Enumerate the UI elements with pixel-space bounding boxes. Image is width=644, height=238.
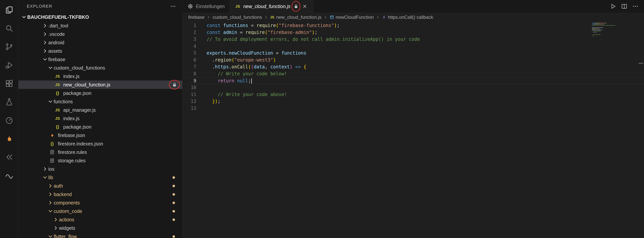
tree-item-index-js[interactable]: JSindex.js (18, 72, 182, 80)
chevron-right-icon (47, 192, 54, 197)
more-actions-button[interactable] (631, 2, 640, 11)
tree-item-dart-tool[interactable]: .dart_tool (18, 22, 182, 30)
tab-new-cloud-function-js[interactable]: JSnew_cloud_function.js (230, 0, 313, 13)
tab-einstellungen[interactable]: Einstellungen (182, 0, 230, 13)
breadcrumb-separator-icon (264, 15, 268, 19)
tree-item-components[interactable]: components (18, 198, 182, 207)
tree-item-backend[interactable]: backend (18, 190, 182, 198)
explorer-icon[interactable] (0, 1, 18, 19)
tree-item-functions[interactable]: functions (18, 97, 182, 106)
minimap-line (592, 36, 616, 37)
tree-item-label: storage.rules (58, 158, 86, 164)
tree-item-assets[interactable]: assets (18, 47, 182, 55)
source-control-icon[interactable] (0, 38, 18, 56)
line-number: 10 (182, 84, 196, 91)
gauge-extension-icon[interactable] (0, 111, 18, 130)
git-modified-dot (172, 202, 175, 204)
breadcrumb-separator-icon (323, 15, 328, 19)
tree-item-firebase-json[interactable]: firebase.json (18, 131, 182, 140)
tab-bar: EinstellungenJSnew_cloud_function.js (182, 0, 644, 13)
tree-item-flutter-flow[interactable]: flutter_flow (18, 232, 182, 238)
tree-item-firestore-rules[interactable]: firestore.rules (18, 148, 182, 156)
tree-item-custom-cloud-functions[interactable]: custom_cloud_functions (18, 64, 182, 72)
tree-item-label: lib (48, 175, 53, 180)
tree-item-package-json[interactable]: {}package.json (18, 89, 182, 97)
run-button[interactable] (609, 2, 618, 11)
breadcrumb-item-firebase[interactable]: firebase (188, 14, 204, 20)
breadcrumb-label: firebase (188, 14, 204, 20)
breadcrumb-label: https.onCall() callback (388, 14, 433, 20)
firebase-extension-icon[interactable] (0, 130, 18, 148)
tree-item-label: widgets (59, 225, 75, 231)
firebase-file-icon (49, 133, 56, 138)
tree-item-label: backend (54, 192, 72, 197)
text-cursor (251, 78, 252, 84)
editor-group: EinstellungenJSnew_cloud_function.js fir… (182, 0, 644, 238)
tree-item-firebase[interactable]: firebase (18, 55, 182, 64)
tree-item-label: package.json (63, 90, 92, 96)
breadcrumb-separator-icon (206, 15, 211, 19)
run-debug-icon[interactable] (0, 56, 18, 74)
tree-item-label: firebase (48, 57, 65, 62)
line-text (196, 105, 206, 112)
tree-item-label: firestore.rules (58, 150, 87, 155)
tree-item-vscode[interactable]: .vscode (18, 30, 182, 38)
tree-item-new-cloud-function-js[interactable]: JSnew_cloud_function.js (18, 80, 182, 89)
chevron-right-icon (52, 225, 59, 231)
breadcrumb-item-newcloudfunction[interactable]: newCloudFunction (330, 14, 374, 20)
tree-item-auth[interactable]: auth (18, 182, 182, 190)
tree-item-widgets[interactable]: widgets (18, 224, 182, 232)
tree-item-android[interactable]: android (18, 38, 182, 47)
line-number: 6 (182, 56, 196, 64)
chevrons-extension-icon[interactable] (0, 148, 18, 166)
tree-item-custom-code[interactable]: custom_code (18, 207, 182, 216)
testing-icon[interactable] (0, 93, 18, 111)
close-tab-icon[interactable] (302, 3, 308, 10)
workspace-folder[interactable]: BAUCHGEFUEHL-TKFBKO (18, 13, 182, 22)
code-line: 10 (182, 84, 644, 91)
tree-item-storage-rules[interactable]: storage.rules (18, 156, 182, 165)
breadcrumb-item-new-cloud-function-js[interactable]: JSnew_cloud_function.js (270, 14, 322, 20)
line-number: 8 (182, 70, 196, 77)
git-modified-dot (172, 235, 175, 238)
tree-item-package-json[interactable]: {}package.json (18, 123, 182, 131)
tree-item-index-js[interactable]: JSindex.js (18, 114, 182, 123)
minimap[interactable] (592, 23, 616, 38)
breadcrumb-item-https-oncall-callback[interactable]: https.onCall() callback (382, 14, 433, 20)
tree-item-ios[interactable]: ios (18, 165, 182, 173)
tree-item-lib[interactable]: lib (18, 173, 182, 182)
breadcrumb-item-custom-cloud-functions[interactable]: custom_cloud_functions (212, 14, 262, 20)
json-file-icon: {} (54, 124, 61, 129)
code-editor[interactable]: 1const functions = require("firebase-fun… (182, 22, 644, 238)
js-file-icon: JS (270, 15, 274, 19)
explorer-more-actions-icon[interactable] (169, 2, 177, 10)
line-text: // Write your code below! (196, 70, 287, 77)
git-modified-dot (172, 185, 175, 187)
tree-item-actions[interactable]: actions (18, 216, 182, 224)
chevron-right-icon (52, 217, 59, 222)
minimap-line (592, 24, 616, 24)
code-lines: 1const functions = require("firebase-fun… (182, 22, 644, 112)
line-number: 9 (182, 78, 196, 84)
editor-actions (609, 0, 644, 13)
tab-label: new_cloud_function.js (243, 4, 290, 9)
line-number: 13 (182, 105, 196, 112)
breadcrumb-label: new_cloud_function.js (276, 14, 322, 20)
search-icon[interactable] (0, 19, 18, 38)
minimap-line (592, 23, 616, 24)
split-editor-button[interactable] (620, 2, 629, 11)
line-text (196, 43, 206, 50)
code-line: 2const admin = require("firebase-admin")… (182, 29, 644, 36)
code-line: 1const functions = require("firebase-fun… (182, 22, 644, 29)
line-number: 11 (182, 91, 196, 98)
json-file-icon: {} (54, 91, 61, 96)
tree-item-firestore-indexes-json[interactable]: {}firestore.indexes.json (18, 140, 182, 148)
minimap-line (592, 30, 616, 30)
symbol-namespace-icon (330, 15, 334, 20)
overview-ruler-cursor-mark (639, 63, 643, 64)
wave-extension-icon[interactable] (0, 166, 18, 185)
tree-item-label: new_cloud_function.js (63, 82, 110, 88)
tree-item-api-manager-js[interactable]: JSapi_manager.js (18, 106, 182, 114)
activity-bar (0, 0, 18, 238)
extensions-icon[interactable] (0, 74, 18, 93)
